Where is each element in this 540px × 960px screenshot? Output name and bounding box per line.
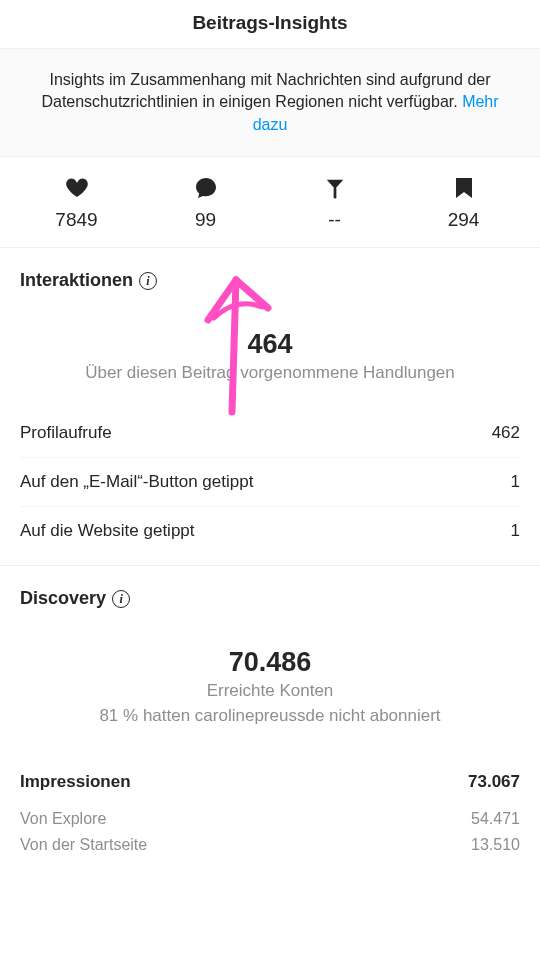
stat-comments-value: 99: [141, 209, 270, 231]
table-row: Profilaufrufe 462: [20, 409, 520, 457]
row-label: Von der Startseite: [20, 836, 147, 854]
interactions-total-block: 464 Über diesen Beitrag vorgenommene Han…: [20, 329, 520, 385]
share-icon: [270, 175, 399, 201]
table-row: Von der Startseite 13.510: [20, 832, 520, 858]
header: Beitrags-Insights: [0, 0, 540, 48]
table-row: Auf den „E-Mail“-Button getippt 1: [20, 457, 520, 506]
discovery-section: Discovery i 70.486 Erreichte Konten 81 %…: [0, 566, 540, 858]
info-icon[interactable]: i: [139, 272, 157, 290]
table-row: Auf die Website getippt 1: [20, 506, 520, 555]
interactions-section: Interaktionen i 464 Über diesen Beitrag …: [0, 248, 540, 555]
privacy-notice: Insights im Zusammenhang mit Nachrichten…: [0, 48, 540, 157]
discovery-title-row: Discovery i: [20, 588, 520, 609]
row-value: 1: [511, 472, 520, 492]
row-value: 73.067: [468, 772, 520, 792]
table-row: Impressionen 73.067: [20, 758, 520, 806]
table-row: Von Explore 54.471: [20, 806, 520, 832]
stat-shares: --: [270, 175, 399, 231]
interactions-title-row: Interaktionen i: [20, 270, 520, 291]
discovery-title: Discovery: [20, 588, 106, 609]
row-label: Von Explore: [20, 810, 106, 828]
interactions-total-sub: Über diesen Beitrag vorgenommene Handlun…: [20, 362, 520, 385]
row-value: 1: [511, 521, 520, 541]
row-value: 13.510: [471, 836, 520, 854]
discovery-total-sub1: Erreichte Konten: [20, 680, 520, 703]
info-icon[interactable]: i: [112, 590, 130, 608]
row-value: 462: [492, 423, 520, 443]
bookmark-icon: [399, 175, 528, 201]
comment-icon: [141, 175, 270, 201]
discovery-breakdown: Impressionen 73.067 Von Explore 54.471 V…: [20, 758, 520, 858]
row-label: Profilaufrufe: [20, 423, 112, 443]
heart-icon: [12, 175, 141, 201]
row-label: Auf den „E-Mail“-Button getippt: [20, 472, 253, 492]
stat-likes-value: 7849: [12, 209, 141, 231]
discovery-total-block: 70.486 Erreichte Konten 81 % hatten caro…: [20, 647, 520, 728]
stat-saves: 294: [399, 175, 528, 231]
engagement-stats-row: 7849 99 -- 294: [0, 157, 540, 248]
interactions-breakdown: Profilaufrufe 462 Auf den „E-Mail“-Butto…: [20, 409, 520, 555]
row-label: Impressionen: [20, 772, 131, 792]
discovery-total: 70.486: [20, 647, 520, 678]
stat-likes: 7849: [12, 175, 141, 231]
row-value: 54.471: [471, 810, 520, 828]
page-title: Beitrags-Insights: [0, 12, 540, 34]
discovery-total-sub2: 81 % hatten carolinepreussde nicht abonn…: [20, 705, 520, 728]
row-label: Auf die Website getippt: [20, 521, 195, 541]
stat-comments: 99: [141, 175, 270, 231]
stat-saves-value: 294: [399, 209, 528, 231]
interactions-total: 464: [20, 329, 520, 360]
interactions-title: Interaktionen: [20, 270, 133, 291]
privacy-notice-text: Insights im Zusammenhang mit Nachrichten…: [41, 71, 490, 110]
stat-shares-value: --: [270, 209, 399, 231]
